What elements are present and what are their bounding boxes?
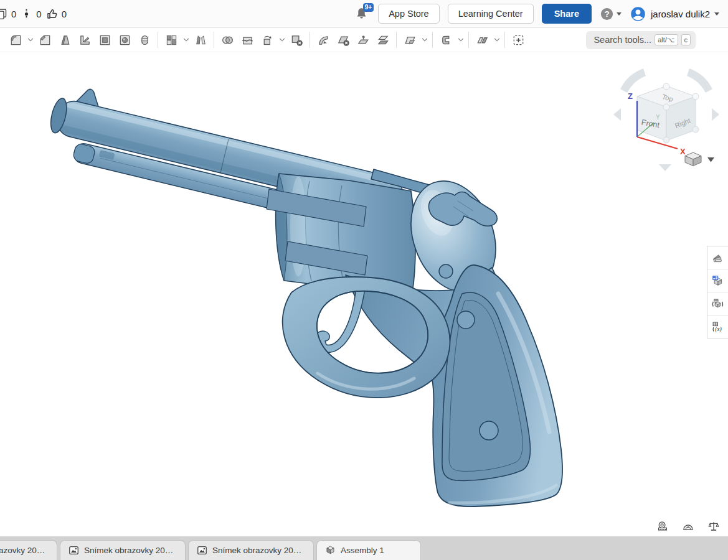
rib-tool-button[interactable] (75, 30, 95, 49)
split-icon (240, 33, 255, 47)
chevron-down-icon[interactable] (492, 30, 501, 49)
revolver-3d-model[interactable] (42, 82, 562, 506)
document-tab-2[interactable]: Snímek obrazovky 2023... (188, 540, 314, 560)
appearance-panel-button[interactable] (707, 246, 728, 269)
boolean-tool-button[interactable] (217, 30, 237, 49)
mass-properties-button[interactable] (706, 519, 722, 534)
toolbar-group (158, 32, 214, 48)
learning-center-button[interactable]: Learning Center (448, 4, 534, 24)
tape-measure-icon (655, 520, 670, 533)
boolean-icon (220, 33, 235, 47)
search-tools[interactable]: Search tools... alt/⌥ c (586, 31, 696, 49)
help-menu[interactable]: ? (600, 7, 622, 21)
hole-tool-button[interactable] (115, 30, 135, 49)
surface-icon (403, 33, 417, 47)
user-name: jaroslav dulik2 (651, 9, 710, 19)
mirror-tool-button[interactable] (191, 30, 210, 49)
cylinder[interactable] (267, 174, 415, 292)
3d-viewport[interactable]: Top Y Front Right Z X (0, 52, 728, 536)
thread-icon (138, 33, 152, 47)
copies-icon (0, 7, 8, 21)
user-menu[interactable]: jaroslav dulik2 (630, 6, 719, 22)
share-button[interactable]: Share (542, 4, 592, 24)
transform-tool-button[interactable] (257, 30, 277, 49)
split-tool-button[interactable] (237, 30, 257, 49)
modify-fillet-tool-button[interactable] (313, 30, 333, 49)
scene-canvas[interactable]: Top Y Front Right Z X (0, 52, 728, 536)
stat-count: 0 (11, 9, 16, 19)
thread-tool-button[interactable] (135, 30, 154, 49)
protractor-button[interactable] (680, 519, 696, 534)
toolbar-group (396, 32, 432, 48)
toolbar-group (214, 32, 310, 48)
document-tab-3[interactable]: Assembly 1 (316, 540, 421, 560)
view-cube[interactable]: Top Y Front Right Z X (613, 68, 719, 171)
chevron-down-icon (421, 36, 428, 44)
configuration-panel-button[interactable] (707, 269, 728, 292)
stat-likes[interactable]: 0 (45, 7, 67, 21)
variables-panel-button[interactable] (707, 315, 728, 338)
notifications-badge: 9+ (363, 3, 374, 12)
image-tab-icon (68, 544, 80, 556)
stat-copies[interactable]: 0 (0, 7, 16, 21)
move-face-tool-button[interactable] (353, 30, 373, 49)
linear-pattern-tool-button[interactable] (161, 30, 181, 49)
stat-count: 0 (62, 9, 67, 19)
notifications-button[interactable]: 9+ (354, 6, 370, 22)
document-tab-1[interactable]: Snímek obrazovky 2023... (60, 540, 186, 560)
configured-features-panel-button[interactable] (707, 292, 728, 315)
variables-panel-icon (711, 320, 724, 334)
right-side-panel (707, 246, 728, 338)
chevron-down-icon (278, 36, 286, 44)
chevron-down-icon[interactable] (277, 30, 286, 49)
display-mode-button[interactable] (685, 152, 714, 166)
surface-tool-button[interactable] (400, 30, 420, 49)
chevron-down-icon[interactable] (26, 30, 35, 49)
top-bar-actions: 9+ App Store Learning Center Share ? jar… (354, 4, 719, 24)
shell-tool-button[interactable] (95, 30, 115, 49)
svg-text:?: ? (604, 9, 609, 19)
document-tab-0[interactable]: Snímek obrazovky 2023... (0, 540, 57, 560)
insert-derived-tool-button[interactable] (508, 30, 528, 49)
configured-features-panel-icon (711, 297, 724, 310)
configuration-panel-icon (711, 274, 724, 287)
toolbar-group (504, 32, 531, 48)
axis-y-label: Y (656, 114, 660, 121)
stat-count: 0 (36, 9, 41, 19)
search-shortcut-alt: alt/⌥ (655, 34, 678, 45)
tape-measure-button[interactable] (655, 519, 671, 534)
insert-derived-icon (511, 33, 526, 47)
extrude-profile-tool-button[interactable] (436, 30, 456, 49)
delete-part-tool-button[interactable] (286, 30, 306, 49)
frame-screw-upper[interactable] (439, 264, 453, 278)
enclose-icon (475, 33, 489, 47)
app-store-button[interactable]: App Store (378, 4, 440, 24)
measure-toolbar (655, 519, 722, 534)
help-icon: ? (600, 7, 614, 21)
hole-icon (118, 33, 132, 47)
chamfer-tool-button[interactable] (35, 30, 55, 49)
avatar (630, 6, 646, 22)
shell-icon (98, 33, 112, 47)
search-shortcut-c: c (681, 34, 691, 45)
stat-versions[interactable]: 0 (20, 7, 41, 21)
toolbar-groups (2, 28, 531, 52)
toolbar-group (432, 32, 468, 48)
assembly-tab-icon (324, 544, 336, 556)
tab-label: Snímek obrazovky 2023... (84, 546, 177, 555)
transform-icon (260, 33, 275, 47)
display-mode-caret-icon[interactable] (707, 157, 714, 162)
fillet-tool-button[interactable] (6, 30, 26, 49)
chevron-down-icon[interactable] (181, 30, 191, 49)
frame-screw-lower[interactable] (457, 311, 475, 329)
replace-face-tool-button[interactable] (373, 30, 393, 49)
axis-z-label: Z (628, 91, 633, 101)
draft-tool-button[interactable] (55, 30, 75, 49)
grip-screw[interactable] (480, 421, 498, 440)
chevron-down-icon (27, 36, 34, 44)
rib-icon (78, 33, 92, 47)
chevron-down-icon[interactable] (456, 30, 465, 49)
delete-face-tool-button[interactable] (333, 30, 353, 49)
chevron-down-icon[interactable] (420, 30, 429, 49)
enclose-tool-button[interactable] (472, 30, 492, 49)
